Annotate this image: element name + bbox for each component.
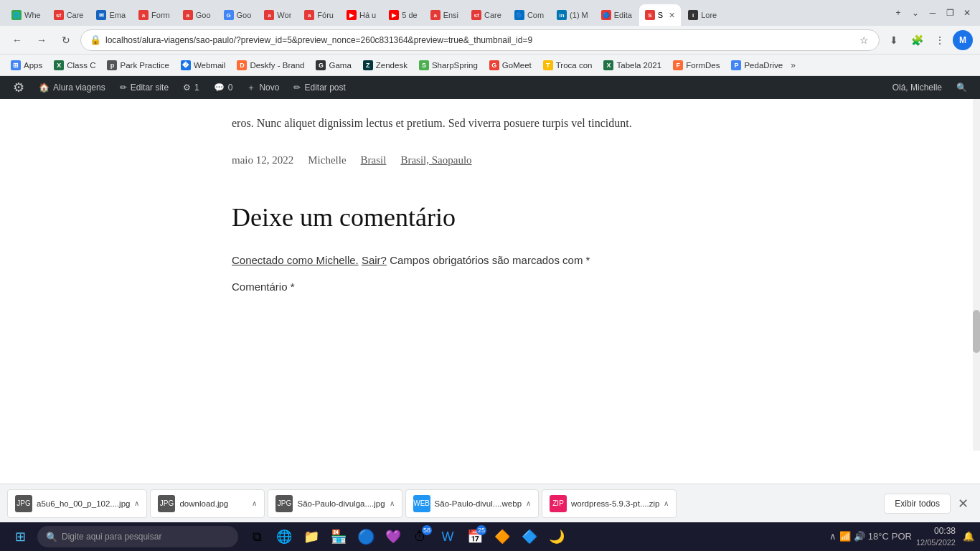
clock-display[interactable]: 00:38 12/05/2022 [916, 526, 956, 547]
wp-search[interactable]: 🔍 [949, 76, 974, 99]
bookmark-pedadrive[interactable]: PPedaDrive [726, 58, 788, 72]
start-button[interactable]: ⊞ [6, 526, 34, 547]
wp-edit-site[interactable]: ✏ Editar site [113, 76, 176, 99]
browser-tab-t12[interactable]: sfCare [466, 4, 507, 26]
browser-tab-t17[interactable]: ILore [682, 4, 722, 26]
back-button[interactable]: ← [7, 30, 27, 50]
download-item[interactable]: JPG São-Paulo-divulga....jpg ∧ [268, 489, 402, 518]
windows-logo-icon: ⊞ [15, 529, 26, 545]
browser-tab-t1[interactable]: 🌐Whe [6, 4, 47, 26]
download-chevron-icon[interactable]: ∧ [526, 499, 531, 507]
logged-in-link[interactable]: Conectado como Michelle. [232, 254, 359, 266]
scrollbar-thumb[interactable] [973, 310, 980, 353]
notification-icon[interactable]: 🔔 [963, 531, 974, 542]
tab-new-button[interactable]: + [891, 6, 905, 20]
edge-button[interactable]: 🌐 [271, 524, 297, 550]
forward-button[interactable]: → [32, 30, 52, 50]
browser-tab-t2[interactable]: sfCare [48, 4, 90, 26]
erp-button[interactable]: 🔶 [489, 524, 515, 550]
task-view-button[interactable]: ⧉ [244, 524, 270, 550]
bookmark-troca-con[interactable]: TTroca con [538, 58, 598, 72]
chrome-button[interactable]: 🔵 [353, 524, 379, 550]
windows-store-button[interactable]: 🏪 [326, 524, 352, 550]
required-star: * [586, 254, 590, 266]
url-bar[interactable]: 🔒 localhost/alura-viagens/sao-paulo/?pre… [80, 29, 880, 51]
browser-tab-t7[interactable]: aWor [258, 4, 297, 26]
bookmark-gama[interactable]: GGama [311, 58, 356, 72]
bookmark-tabela-2021[interactable]: XTabela 2021 [598, 58, 666, 72]
volume-icon[interactable]: 🔊 [854, 531, 865, 542]
browser-tab-t9[interactable]: ▶Há u [341, 4, 382, 26]
counter-badge[interactable]: ⏱ 58 [407, 524, 433, 550]
bookmarks-more-button[interactable]: » [791, 60, 796, 70]
comment-section: Deixe um comentário Conectado como Miche… [232, 202, 748, 293]
wp-site-name[interactable]: 🏠 Alura viagens [32, 76, 113, 99]
window-controls: + ⌄ ─ ❐ ✕ [891, 6, 974, 20]
wp-greeting[interactable]: Olá, Michelle [885, 76, 949, 99]
bookmark-gomeet[interactable]: GGoMeet [484, 58, 537, 72]
moon-icon: 🌙 [549, 529, 565, 545]
chevron-up-icon[interactable]: ∧ [829, 531, 837, 542]
reload-button[interactable]: ↻ [56, 30, 76, 50]
browser-tab-t11[interactable]: aEnsi [425, 4, 464, 26]
download-item[interactable]: JPG download.jpg ∧ [150, 489, 265, 518]
bookmark-star-button[interactable]: ☆ [858, 33, 870, 47]
browser-tab-t16[interactable]: SS✕ [639, 4, 681, 26]
browser-tab-t6[interactable]: GGoo [218, 4, 258, 26]
browser-tab-t14[interactable]: in(1) M [551, 4, 594, 26]
extensions-button[interactable]: 🧩 [907, 30, 927, 50]
browser-tab-t4[interactable]: aForm [133, 4, 176, 26]
download-item[interactable]: ZIP wordpress-5.9.3-pt....zip ∧ [542, 489, 677, 518]
bookmark-formdes[interactable]: FFormDes [668, 58, 725, 72]
bookmark-zendesk[interactable]: ZZendesk [358, 58, 413, 72]
bookmark-deskfy---brand[interactable]: DDeskfy - Brand [232, 58, 309, 72]
teams-button[interactable]: 💜 [380, 524, 406, 550]
bookmark-sharpspring[interactable]: SSharpSpring [414, 58, 483, 72]
taskbar-search-input[interactable] [62, 532, 230, 542]
download-chevron-icon[interactable]: ∧ [134, 499, 139, 507]
bookmark-class-c[interactable]: XClass C [49, 58, 100, 72]
wp-customize[interactable]: ⚙ 1 [176, 76, 207, 99]
bookmark-park-practice[interactable]: pPark Practice [102, 58, 174, 72]
word-button[interactable]: W [435, 524, 461, 550]
browser-tab-t15[interactable]: 🔵Edita [595, 4, 638, 26]
wp-logo-item[interactable]: ⚙ [6, 76, 32, 99]
wp-edit-post[interactable]: ✏ Editar post [286, 76, 352, 99]
downloads-icon[interactable]: ⬇ [884, 30, 904, 50]
maximize-button[interactable]: ❐ [943, 6, 957, 20]
download-item[interactable]: WEB São-Paulo-divul....webp ∧ [405, 489, 539, 518]
minimize-button[interactable]: ─ [925, 6, 940, 20]
tab-close-button[interactable]: ✕ [669, 11, 675, 20]
show-all-downloads-button[interactable]: Exibir todos [884, 494, 951, 514]
download-chevron-icon[interactable]: ∧ [390, 499, 395, 507]
tab-strip: 🌐WhesfCare✉EmaaFormaGooGGooaWoraFóru▶Há … [6, 0, 882, 26]
download-item[interactable]: JPG a5u6_ho_00_p_102....jpg ∧ [7, 489, 147, 518]
bookmark-webmail[interactable]: �Webmail [176, 58, 231, 72]
browser-tab-t10[interactable]: ▶5 de [383, 4, 423, 26]
moon-button[interactable]: 🌙 [544, 524, 570, 550]
teams-icon: 💜 [385, 529, 401, 545]
file-explorer-button[interactable]: 📁 [298, 524, 324, 550]
article-tag1[interactable]: Brasil [361, 154, 387, 166]
close-downloads-bar-button[interactable]: ✕ [953, 496, 973, 512]
browser-tab-t5[interactable]: aGoo [177, 4, 217, 26]
taskbar-search[interactable]: 🔍 [37, 526, 238, 547]
browser-tab-t13[interactable]: 🔵Com [509, 4, 550, 26]
download-chevron-icon[interactable]: ∧ [664, 499, 669, 507]
wp-new[interactable]: ＋ Novo [240, 76, 286, 99]
download-chevron-icon[interactable]: ∧ [252, 499, 257, 507]
tab-list-button[interactable]: ⌄ [908, 6, 923, 20]
close-button[interactable]: ✕ [960, 6, 974, 20]
taskbar-search-icon: 🔍 [46, 532, 57, 542]
calendar-button[interactable]: 📅 25 [462, 524, 488, 550]
article-tag2[interactable]: Brasil, Saopaulo [400, 154, 471, 166]
network-icon[interactable]: 📶 [839, 531, 851, 542]
settings-button[interactable]: ⋮ [930, 30, 950, 50]
browser-tab-t8[interactable]: aFóru [298, 4, 339, 26]
bookmark-apps[interactable]: ⊞Apps [6, 58, 47, 72]
profile-button[interactable]: M [953, 30, 973, 50]
pos-button[interactable]: 🔷 [517, 524, 542, 550]
logout-link[interactable]: Sair? [362, 254, 387, 266]
browser-tab-t3[interactable]: ✉Ema [90, 4, 131, 26]
wp-comments[interactable]: 💬 0 [207, 76, 240, 99]
